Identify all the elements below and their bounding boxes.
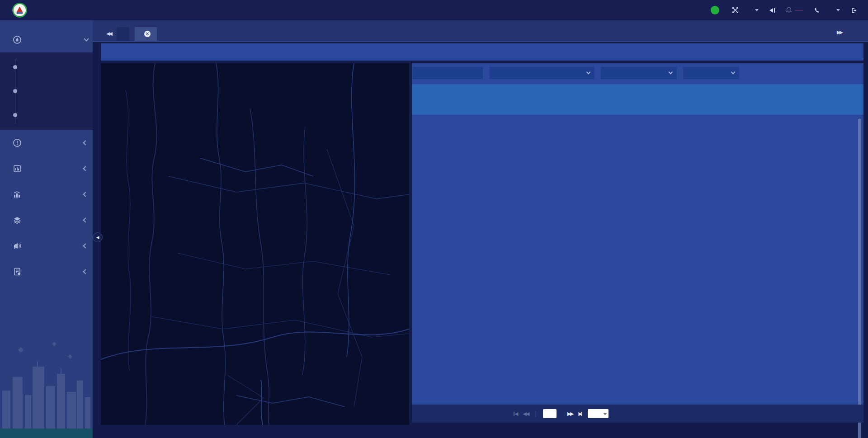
table-scrollbar-track[interactable]: [858, 118, 861, 438]
name-search-input[interactable]: [413, 67, 483, 79]
col-header-point-status-group: [771, 84, 849, 115]
sidebar-nav: [0, 20, 93, 438]
notifications-bell[interactable]: [786, 7, 803, 14]
chevron-down-icon: [586, 70, 591, 75]
col-header-company: [491, 84, 570, 115]
app-root: ◀◀ ✕ ▶▶: [0, 0, 868, 438]
chevron-down-icon: [604, 411, 607, 414]
bullet-dot-icon: [13, 65, 17, 69]
col-header-points: [703, 84, 738, 115]
col-header-industry: [570, 84, 611, 115]
temperature: [711, 6, 721, 14]
sidebar-item-enterprise-abnormal[interactable]: [0, 130, 93, 155]
pager-next-button[interactable]: ▶▶: [567, 411, 573, 417]
exit-icon: [851, 7, 857, 14]
caret-down-icon: [836, 9, 840, 11]
bullet-dot-icon: [13, 113, 17, 117]
sidebar-item-video-monitoring[interactable]: [0, 79, 93, 103]
tab-realtime-monitoring[interactable]: ✕: [135, 27, 157, 41]
app-logo-icon: [12, 3, 27, 18]
pager-page-size-select[interactable]: [588, 409, 609, 418]
pager-last-button[interactable]: ▶: [579, 411, 582, 417]
chevron-left-icon: [83, 166, 88, 171]
col-header-lost: [824, 99, 849, 115]
chevron-left-icon: [83, 192, 88, 197]
monitor-gauge-icon: [13, 35, 22, 44]
phone-icon: [814, 7, 820, 14]
stats-window-icon: [13, 164, 22, 173]
col-header-stop: [800, 99, 824, 115]
submenu-data-monitoring: [0, 52, 93, 130]
sidebar-item-power-analysis[interactable]: [0, 181, 93, 207]
filter-bar: [412, 67, 863, 79]
col-header-region: [438, 84, 491, 115]
map-collapse-button[interactable]: ◀: [93, 232, 103, 242]
pager-prev-button[interactable]: ◀◀: [523, 411, 528, 417]
map-roads-decoration: [101, 63, 409, 425]
enterprise-panel: ◀ ◀◀ | ▶▶ ▶: [412, 63, 863, 423]
caret-down-icon: [755, 9, 759, 11]
status-select[interactable]: [683, 67, 739, 79]
logout-button[interactable]: [851, 7, 860, 14]
pagination-bar: ◀ ◀◀ | ▶▶ ▶: [412, 405, 863, 423]
sidebar-item-emergency-reduction[interactable]: [0, 233, 93, 259]
col-header-facility: [658, 84, 703, 115]
tabs-scroll-right-button[interactable]: ▶▶: [837, 29, 842, 35]
pager-separator: |: [535, 410, 536, 417]
name-input-field[interactable]: [417, 70, 478, 76]
sidebar-item-power-load-detail[interactable]: [0, 103, 93, 127]
chevron-down-icon: [84, 36, 89, 41]
stats-bar: [101, 43, 863, 61]
tab-bar: ◀◀ ✕ ▶▶: [93, 20, 868, 42]
speaker-icon: [769, 8, 773, 13]
sidebar-item-enterprise-statistics[interactable]: [0, 155, 93, 181]
fullscreen-icon: [732, 7, 739, 14]
chevron-left-icon: [83, 217, 88, 222]
sidebar-item-base-data[interactable]: [0, 207, 93, 233]
tabs-scroll-left-button[interactable]: ◀◀: [106, 31, 111, 37]
pager-page-input[interactable]: [543, 409, 557, 418]
theme-dropdown[interactable]: [752, 9, 759, 11]
sidebar-bottom-strip: [0, 429, 93, 438]
bell-icon: [786, 7, 792, 14]
table-header: [412, 84, 863, 115]
chevron-down-icon: [731, 70, 736, 75]
col-header-meters: [738, 84, 771, 115]
region-select[interactable]: [490, 67, 594, 79]
city-skyline-decoration: [0, 334, 93, 429]
fullscreen-button[interactable]: [732, 7, 741, 14]
sidebar-item-data-monitoring[interactable]: [0, 27, 93, 52]
temperature-value: [711, 6, 719, 14]
bullet-dot-icon: [13, 89, 17, 93]
log-document-icon: [13, 267, 22, 276]
chevron-left-icon: [83, 243, 88, 248]
chevron-left-icon: [83, 269, 88, 274]
col-header-index: [412, 84, 438, 115]
industry-select[interactable]: [601, 67, 677, 79]
col-header-limit: [611, 84, 658, 115]
bar-chart-icon: [13, 190, 22, 199]
tab-home[interactable]: [117, 27, 129, 41]
mute-speaker-button[interactable]: [769, 8, 775, 13]
chevron-down-icon: [669, 70, 673, 75]
megaphone-icon: [13, 241, 22, 250]
help-button[interactable]: [814, 7, 823, 14]
close-tab-icon[interactable]: ✕: [144, 31, 151, 37]
table-scrollbar-thumb[interactable]: [858, 118, 861, 438]
sidebar-item-log-view[interactable]: [0, 259, 93, 284]
col-header-run: [771, 99, 800, 115]
sidebar-item-realtime-monitoring[interactable]: [0, 55, 93, 79]
layers-icon: [13, 216, 22, 225]
alert-circle-icon: [13, 138, 22, 147]
table-body: [412, 115, 863, 405]
pager-first-button[interactable]: ◀: [514, 411, 517, 417]
org-dropdown[interactable]: [834, 9, 840, 11]
map-panel[interactable]: [101, 63, 409, 425]
notification-count-badge: [795, 10, 803, 11]
top-header: [0, 0, 868, 20]
chevron-left-icon: [83, 140, 88, 145]
